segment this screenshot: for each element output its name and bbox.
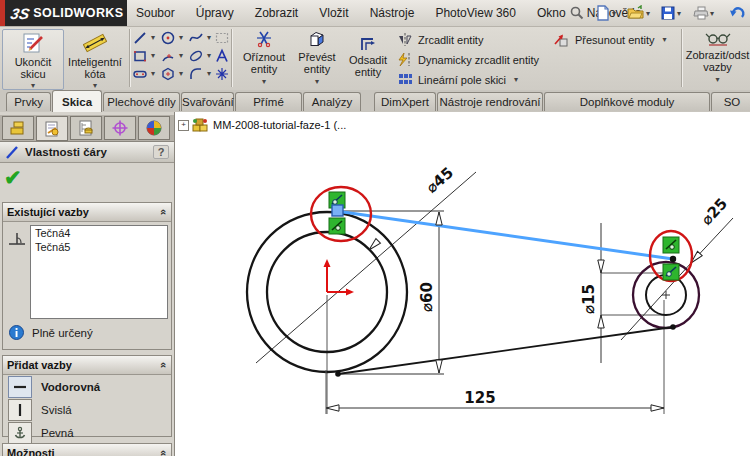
open-dropdown-arrow[interactable]: ▾ (646, 10, 650, 18)
polygon-tool-button[interactable] (160, 66, 176, 82)
circle-dropdown-arrow[interactable]: ▾ (177, 30, 185, 46)
rectangle-tool-button[interactable] (132, 48, 148, 64)
smart-dimension-dropdown-arrow[interactable]: ▾ (64, 82, 126, 90)
slot-tool-button[interactable] (132, 66, 148, 82)
fixed-relation-anchor-icon[interactable] (8, 422, 32, 444)
move-entities-button[interactable]: Přesunout entity ▾ (552, 32, 667, 47)
selected-point-handle[interactable] (332, 205, 343, 216)
save-icon[interactable] (659, 4, 677, 22)
options-header[interactable]: Možnosti « (3, 444, 171, 456)
existing-relations-header[interactable]: Existující vazby « (3, 203, 171, 222)
dimension-length[interactable]: 125 (464, 389, 495, 407)
menu-zobrazit[interactable]: Zobrazit (246, 0, 307, 26)
help-button[interactable]: ? (153, 145, 169, 159)
graphics-area[interactable]: + MM-2008-tutorial-faze-1 (... (174, 112, 750, 456)
show-relations-button[interactable]: Zobrazit/odst vazby ▾ (685, 29, 750, 84)
dimension-d60[interactable]: ⌀60 (418, 282, 436, 312)
tab-analyzy[interactable]: Analýzy (303, 92, 361, 111)
ellipse-dropdown-arrow[interactable]: ▾ (205, 48, 213, 64)
linear-pattern-button[interactable]: Lineární pole skici ▾ (397, 72, 518, 87)
tangent-point[interactable] (670, 256, 676, 262)
linear-pattern-dropdown-arrow[interactable]: ▾ (514, 76, 518, 84)
rectangle-dropdown-arrow[interactable]: ▾ (149, 48, 157, 64)
sketch-text-tool-button[interactable] (214, 48, 230, 64)
tab-svarovani[interactable]: Svařování (181, 92, 234, 111)
tab-plechove-dily[interactable]: Plechové díly (103, 92, 180, 111)
point-tool-button[interactable] (214, 66, 230, 82)
fillet-dropdown-arrow[interactable]: ▾ (205, 66, 213, 82)
show-relations-dropdown-arrow[interactable]: ▾ (685, 76, 750, 84)
polygon-dropdown-arrow[interactable]: ▾ (177, 66, 185, 82)
add-relations-header[interactable]: Přidat vazby « (3, 356, 171, 375)
dimension-d25[interactable]: ⌀25 (698, 195, 732, 229)
relations-listbox[interactable]: Tečná4 Tečná5 (30, 225, 168, 319)
smart-dimension-button[interactable]: Inteligentní kóta ▾ (64, 29, 126, 88)
tangent-relation-badge[interactable] (663, 237, 679, 253)
collapse-chevron-icon[interactable]: « (158, 209, 170, 215)
menu-soubor[interactable]: Soubor (127, 0, 184, 26)
add-horizontal-row[interactable]: Vodorovná (3, 375, 171, 398)
menu-upravy[interactable]: Úpravy (187, 0, 243, 26)
undo-icon[interactable] (728, 4, 746, 22)
dimension-d15[interactable]: ⌀15 (580, 284, 598, 314)
vertical-relation-icon[interactable] (8, 399, 32, 421)
menu-photoview[interactable]: PhotoView 360 (426, 0, 525, 26)
save-dropdown-arrow[interactable]: ▾ (677, 10, 681, 18)
tab-doplnkove-moduly[interactable]: Doplňkové moduly SOLIDWORKS (544, 92, 710, 111)
offset-entities-button[interactable]: Odsadit entity (343, 34, 393, 78)
new-document-icon[interactable] (594, 4, 612, 22)
tangent-point[interactable] (335, 371, 341, 377)
trim-dropdown-arrow[interactable]: ▾ (236, 78, 292, 86)
tangent-relation-badge[interactable] (329, 218, 345, 234)
line-dropdown-arrow[interactable]: ▾ (149, 30, 157, 46)
tab-prvky[interactable]: Prvky (6, 92, 51, 111)
tab-skica[interactable]: Skica (52, 90, 102, 112)
property-manager-tab[interactable] (36, 116, 68, 141)
configuration-manager-tab[interactable] (70, 116, 102, 140)
arc-tool-button[interactable] (160, 48, 176, 64)
print-dropdown-arrow[interactable]: ▾ (710, 10, 714, 18)
exit-sketch-button[interactable]: Ukončit skicu ▾ (2, 29, 64, 90)
line-tool-button[interactable] (132, 30, 148, 46)
tab-dimxpert[interactable]: DimXpert (374, 92, 436, 111)
mirror-entities-button[interactable]: Zrcadlit entity (397, 32, 483, 47)
spline-dropdown-arrow[interactable]: ▾ (205, 30, 213, 46)
trim-entities-button[interactable]: Oříznout entity ▾ (236, 29, 292, 86)
arc-dropdown-arrow[interactable]: ▾ (177, 48, 185, 64)
tab-nastroje-rendrovani[interactable]: Nástroje rendrování (437, 92, 543, 111)
vertical-relation-label[interactable]: Svislá (41, 404, 72, 416)
relation-item-tecna4[interactable]: Tečná4 (31, 226, 167, 240)
selection-box-tool-button[interactable] (214, 30, 230, 46)
exit-sketch-dropdown-arrow[interactable]: ▾ (3, 82, 63, 90)
ok-check-button[interactable]: ✔ (4, 166, 22, 190)
collapse-chevron-icon[interactable]: « (158, 362, 170, 368)
feature-manager-tab[interactable] (2, 116, 34, 140)
display-manager-tab[interactable] (138, 116, 170, 140)
add-fixed-row[interactable]: Pevná (3, 421, 171, 444)
dimension-d45[interactable]: ⌀45 (423, 164, 457, 197)
open-folder-icon[interactable] (626, 4, 644, 22)
circle-tool-button[interactable] (160, 30, 176, 46)
convert-dropdown-arrow[interactable]: ▾ (293, 78, 341, 86)
convert-entities-button[interactable]: Převést entity ▾ (293, 29, 341, 86)
search-icon[interactable] (568, 4, 586, 22)
dynamic-mirror-button[interactable]: Dynamicky zrcadlit entity (397, 52, 539, 67)
new-dropdown-arrow[interactable]: ▾ (612, 10, 616, 18)
tab-prime-upravy[interactable]: Přímé úpravy (235, 92, 302, 111)
collapse-chevron-icon[interactable]: « (158, 450, 170, 456)
fillet-tool-button[interactable] (188, 66, 204, 82)
bottom-tangent-line[interactable] (338, 327, 673, 374)
move-entities-dropdown-arrow[interactable]: ▾ (663, 36, 667, 44)
menu-vlozit[interactable]: Vložit (310, 0, 357, 26)
add-vertical-row[interactable]: Svislá (3, 398, 171, 421)
dimxpert-manager-tab[interactable] (104, 116, 136, 140)
menu-nastroje[interactable]: Nástroje (361, 0, 424, 26)
ellipse-tool-button[interactable] (188, 48, 204, 64)
fixed-relation-label[interactable]: Pevná (41, 427, 74, 439)
slot-dropdown-arrow[interactable]: ▾ (149, 66, 157, 82)
relation-item-tecna5[interactable]: Tečná5 (31, 240, 167, 254)
selected-tangent-line[interactable] (336, 211, 673, 259)
tangent-point[interactable] (670, 324, 676, 330)
tangent-relation-badge[interactable] (663, 264, 679, 280)
spline-tool-button[interactable] (188, 30, 204, 46)
